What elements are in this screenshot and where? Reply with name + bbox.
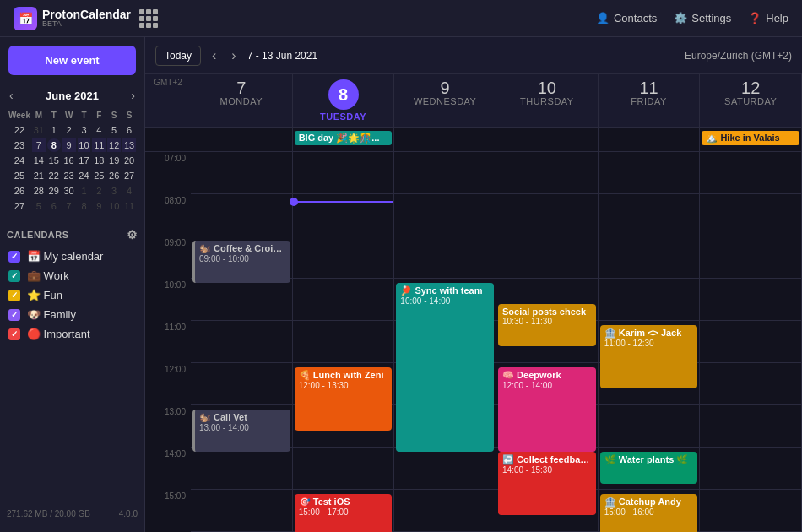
prev-month-button[interactable]: ‹ [7, 89, 16, 102]
mini-cal-day[interactable]: 6 [47, 199, 61, 213]
mini-cal-day[interactable]: 28 [32, 184, 46, 198]
calendar-checkbox-family[interactable] [8, 309, 20, 321]
day-col-3: Social posts check10:30 - 11:30🧠 Deepwor… [496, 152, 599, 532]
event-title: 🏓 Sync with team [400, 285, 490, 296]
prev-week-button[interactable]: ‹ [208, 46, 220, 65]
mini-cal-day[interactable]: 12 [107, 138, 121, 152]
calendar-filter-icon[interactable]: ⚙ [127, 228, 138, 242]
calendar-event[interactable]: Social posts check10:30 - 11:30 [498, 304, 596, 346]
hour-line [394, 152, 496, 194]
mini-cal-day[interactable]: 22 [47, 169, 61, 182]
time-label: 07:00 [145, 152, 191, 194]
mini-cal-day[interactable]: 18 [92, 154, 106, 167]
allday-cell-0 [191, 128, 293, 151]
hour-line [191, 490, 292, 532]
day-name-4: Friday [599, 96, 700, 106]
calendar-event[interactable]: 🏓 Sync with team10:00 - 14:00 [396, 283, 494, 452]
help-label: Help [766, 12, 788, 24]
contacts-nav[interactable]: 👤 Contacts [596, 12, 657, 24]
mini-cal-day[interactable]: 1 [47, 123, 61, 137]
mini-cal-day[interactable]: 9 [62, 138, 76, 152]
mini-cal-day[interactable]: 30 [62, 184, 76, 198]
mini-cal-day[interactable]: 9 [92, 199, 106, 213]
calendar-event[interactable]: 🧠 Deepwork12:00 - 14:00 [498, 367, 596, 452]
calendar-event[interactable]: 🐿️ Coffee & Croissa...09:00 - 10:00 [192, 241, 290, 283]
mini-cal-day[interactable]: 26 [107, 169, 121, 182]
next-week-button[interactable]: › [227, 46, 240, 65]
mini-cal-day[interactable]: 7 [32, 138, 46, 152]
mini-cal-day[interactable]: 11 [92, 138, 106, 152]
calendar-checkbox-fun[interactable] [8, 290, 20, 301]
day-header-5: 12Saturday [700, 74, 802, 127]
mini-cal-day[interactable]: 10 [107, 199, 121, 213]
hour-line [700, 405, 801, 448]
mini-calendar: ‹ June 2021 › Week M T W T F S S [0, 84, 144, 220]
mini-cal-day[interactable]: 21 [32, 169, 46, 182]
calendar-event[interactable]: 🌿 Water plants 🌿 [600, 452, 698, 484]
week-grid: GMT+2 7Monday8Tuesday9Wednesday10Thursda… [145, 74, 802, 532]
hour-line [394, 490, 496, 532]
mini-cal-day[interactable]: 20 [122, 154, 136, 167]
mini-cal-day[interactable]: 27 [122, 169, 136, 182]
mini-cal-day[interactable]: 3 [107, 184, 121, 198]
mini-cal-day[interactable]: 29 [47, 184, 61, 198]
mini-cal-day[interactable]: 5 [107, 123, 121, 137]
week-col-header: Week [8, 109, 30, 122]
allday-event[interactable]: BIG day 🎉🌟🎊... [295, 131, 393, 145]
mini-cal-day[interactable]: 17 [78, 154, 91, 167]
mini-cal-day[interactable]: 2 [92, 184, 106, 198]
day-number-3: 10 [496, 79, 598, 96]
calendar-event[interactable]: 🐿️ Call Vet13:00 - 14:00 [192, 410, 290, 452]
tz-header: GMT+2 [145, 74, 191, 127]
allday-event[interactable]: 🏔️ Hike in Valais [702, 131, 799, 145]
mini-cal-day[interactable]: 5 [32, 199, 46, 213]
calendar-checkbox-my-calendar[interactable] [8, 251, 20, 263]
mini-cal-day[interactable]: 4 [92, 123, 106, 137]
calendar-event[interactable]: ↩️ Collect feedback ...14:00 - 15:30 [498, 452, 596, 515]
mini-cal-day[interactable]: 8 [78, 199, 91, 213]
calendar-event[interactable]: 🏦 Karim <> Jack11:00 - 12:30 [600, 325, 698, 388]
date-range: 7 - 13 Jun 2021 [247, 50, 317, 62]
calendar-item-work[interactable]: 💼 Work [7, 266, 138, 285]
mini-cal-day[interactable]: 1 [78, 184, 91, 198]
mini-cal-day[interactable]: 4 [122, 184, 136, 198]
mini-cal-day[interactable]: 23 [62, 169, 76, 182]
day-header-4: 11Friday [599, 74, 701, 127]
today-button[interactable]: Today [155, 46, 201, 66]
mini-cal-day[interactable]: 13 [122, 138, 136, 152]
mini-cal-day[interactable]: 7 [62, 199, 76, 213]
hour-line [496, 152, 598, 194]
calendar-event[interactable]: 🎯 Test iOS15:00 - 17:00 [295, 494, 393, 532]
mini-cal-day[interactable]: 2 [62, 123, 76, 137]
time-label: 09:00 [145, 236, 191, 279]
mini-cal-day[interactable]: 25 [92, 169, 106, 182]
mini-cal-day[interactable]: 11 [122, 199, 136, 213]
calendar-item-my-calendar[interactable]: 📅 My calendar [7, 247, 138, 266]
help-nav[interactable]: ❓ Help [748, 12, 788, 24]
day-number-4: 11 [599, 79, 700, 96]
calendar-item-important[interactable]: 🔴 Important [7, 324, 138, 344]
new-event-button[interactable]: New event [8, 46, 136, 75]
mini-cal-day[interactable]: 10 [78, 138, 91, 152]
hour-line [599, 405, 700, 448]
hour-line [191, 448, 292, 490]
mini-cal-day[interactable]: 31 [32, 123, 46, 137]
mini-cal-day[interactable]: 24 [78, 169, 91, 182]
scrollable-grid[interactable]: 07:0008:0009:0010:0011:0012:0013:0014:00… [145, 152, 802, 532]
mini-cal-day[interactable]: 19 [107, 154, 121, 167]
settings-nav[interactable]: ⚙️ Settings [674, 12, 731, 24]
mini-cal-day[interactable]: 6 [122, 123, 136, 137]
calendar-event[interactable]: 🍕 Lunch with Zeni12:00 - 13:30 [295, 367, 393, 431]
calendar-checkbox-work[interactable] [8, 270, 20, 282]
calendar-item-family[interactable]: 🐶 Family [7, 305, 138, 324]
grid-menu-icon[interactable] [139, 9, 158, 28]
calendar-item-fun[interactable]: ⭐ Fun [7, 285, 138, 305]
next-month-button[interactable]: › [128, 89, 138, 102]
mini-cal-day[interactable]: 15 [47, 154, 61, 167]
calendar-event[interactable]: 🏦 Catchup Andy15:00 - 16:00 [600, 494, 698, 532]
mini-cal-day[interactable]: 14 [32, 154, 46, 167]
calendar-checkbox-important[interactable] [8, 328, 20, 340]
mini-cal-day[interactable]: 8 [47, 138, 61, 152]
mini-cal-day[interactable]: 3 [78, 123, 91, 137]
mini-cal-day[interactable]: 16 [62, 154, 76, 167]
